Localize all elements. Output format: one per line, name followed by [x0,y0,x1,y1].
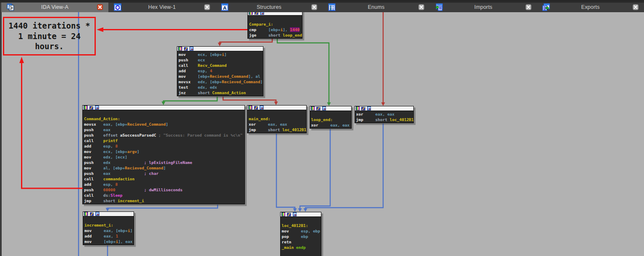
asm-line [282,250,320,256]
tab-label: Enums [323,4,430,10]
asm-line: mov al, [ebp+Recieved_Command] [84,165,243,171]
group-node-icon[interactable] [293,212,298,216]
tab-close-button[interactable] [418,4,424,10]
asm-line: call printf [84,138,243,143]
asm-line: Compare_i: [249,21,301,27]
tab-close-button[interactable] [311,4,317,10]
tab-imports[interactable]: Imports [430,3,537,12]
asm-line: _main endp [282,245,320,250]
tab-close-button[interactable] [97,4,103,10]
asm-line: push offset aSuccessParsedC ; "Success: … [84,132,243,138]
asm-line: increment_i: [84,222,132,228]
tab-label: Exports [537,4,644,10]
asm-line: mov esp, ebp [282,228,320,234]
group-node-icon[interactable] [322,106,327,111]
asm-line [84,111,243,116]
asm-line: jmp short loc_4012B1 [249,127,305,132]
tab-label: IDA View-A [1,4,108,10]
node-color-icon[interactable] [356,106,361,111]
block-code: increment_i:mov eax, [ebp+i]add eax, 1mo… [83,216,134,245]
node-color-icon[interactable] [84,212,89,216]
group-node-icon[interactable] [189,47,195,51]
tab-label: Structures [216,4,323,10]
node-color-icon[interactable] [248,106,253,110]
asm-line [311,111,350,117]
block-toolbar [247,106,306,110]
asm-line: add eax, 1 [84,233,132,239]
ida-pro-window: { "tab_bar": { "tabs": [ {"label": "IDA … [0,0,644,256]
asm-line: Command_Action: [84,116,243,121]
block-toolbar [281,212,321,217]
tab-bar: IDA View-AHex View-1AStructuresEnumsImpo… [0,0,644,12]
block-loc-4012b1[interactable]: loc_4012B1:mov esp, ebppop ebpretn_main … [280,212,321,256]
asm-line: call ds:Sleep [84,193,243,198]
block-toolbar [177,47,263,51]
asm-line: push eax ; char [84,171,243,176]
asm-line [84,217,132,222]
node-color-icon[interactable] [281,212,287,216]
asm-line: push edx ; lpExistingFileName [84,160,243,165]
graph-canvas[interactable]: Compare_i:cmp [ebp+i], 1440jge short loo… [0,12,644,256]
asm-line: pop ebp [282,234,320,239]
asm-line: loop_end: [311,117,350,122]
asm-line: push 60000 ; dwMilliseconds [84,187,243,193]
edit-comment-icon[interactable] [254,106,259,110]
block-toolbar [83,106,244,110]
group-node-icon[interactable] [95,212,100,216]
block-code: main_end:xor eax, eaxjmp short loc_4012B… [247,110,306,133]
asm-line: movsx eax, [ebp+Recieved_Command] [84,121,243,127]
group-node-icon[interactable] [95,106,100,110]
node-color-icon[interactable] [311,106,316,111]
node-color-icon[interactable] [178,47,183,51]
asm-line [249,16,301,21]
block-main-end[interactable]: main_end:xor eax, eaxjmp short loc_4012B… [247,105,307,133]
block-command-action[interactable]: Command_Action:movsx eax, [ebp+Recieved_… [82,105,245,204]
asm-line [249,111,305,116]
edit-comment-icon[interactable] [90,212,95,216]
block-xor-jmp[interactable]: xor eax, eaxjmp short loc_4012B1 [355,106,414,123]
asm-line: test edx, edx [179,84,262,90]
asm-line: mov ecx, [ebp+argv] [84,149,243,154]
group-node-icon[interactable] [260,12,265,15]
edit-comment-icon[interactable] [255,12,260,15]
asm-line: mov edx, [ecx] [84,154,243,160]
asm-line: call commandaction [84,176,243,182]
tab-enums[interactable]: Enums [323,3,430,12]
block-recv-command[interactable]: mov ecx, [ebp+i]push ecxcall Recv_Comman… [177,46,263,96]
edit-comment-icon[interactable] [287,212,292,216]
block-increment-i[interactable]: increment_i:mov eax, [ebp+i]add eax, 1mo… [83,211,134,245]
group-node-icon[interactable] [260,106,265,110]
edit-comment-icon[interactable] [184,47,189,51]
node-color-icon[interactable] [249,12,254,15]
tab-close-button[interactable] [526,4,531,10]
asm-line: xor eax, eax [356,111,412,117]
tab-hex-view-1[interactable]: Hex View-1 [108,3,216,12]
block-loop-end[interactable]: loop_end:xor eax, eax [310,106,352,129]
block-code: Command_Action:movsx eax, [ebp+Recieved_… [83,110,244,204]
node-color-icon[interactable] [84,106,89,110]
asm-line: mov eax, [ebp+i] [84,228,132,233]
tab-label: Imports [430,4,537,10]
tab-exports[interactable]: Exports [537,3,644,12]
asm-line: movsx edx, [ebp+Recieved_Command] [179,79,262,84]
window-edge-strip [0,12,2,256]
asm-line: add esp, 8 [84,182,243,187]
tab-close-button[interactable] [204,4,210,10]
asm-line [282,217,320,223]
block-compare-i[interactable]: Compare_i:cmp [ebp+i], 1440jge short loo… [247,12,302,39]
asm-line: mov [ebp+i], eax [84,239,132,244]
edit-comment-icon[interactable] [361,106,366,111]
group-node-icon[interactable] [367,106,372,111]
block-code: loop_end:xor eax, eax [310,111,351,128]
tab-structures[interactable]: AStructures [216,3,323,12]
tab-ida-view-a[interactable]: IDA View-A [1,3,108,12]
asm-line: xor eax, eax [311,122,350,128]
block-code: Compare_i:cmp [ebp+i], 1440jge short loo… [248,16,302,38]
edit-comment-icon[interactable] [316,106,321,111]
asm-line: push eax [84,127,243,132]
edit-comment-icon[interactable] [89,106,95,110]
block-toolbar [355,106,413,111]
asm-line: call Recv_Command [179,63,262,68]
block-toolbar [83,212,134,216]
tab-close-button[interactable] [633,4,639,10]
